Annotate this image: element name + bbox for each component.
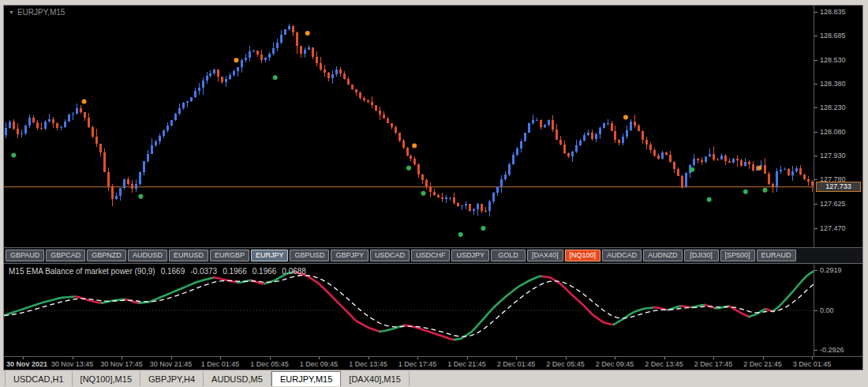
- chart-tab-audusd-m5[interactable]: AUDUSD,M5: [204, 371, 271, 386]
- signal-line: [4, 276, 814, 337]
- symbol-button-eurgbp[interactable]: EURGBP: [210, 250, 249, 261]
- price-axis-tick: [814, 204, 817, 205]
- time-axis-label: 30 Nov 2021: [6, 360, 47, 368]
- time-axis-tick: [566, 357, 567, 359]
- indicator-axis[interactable]: 0.29190.00-0.2926: [814, 264, 862, 356]
- symbol-button-eurjpy[interactable]: EURJPY: [251, 250, 289, 261]
- indicator-axis-label: 0.2919: [820, 266, 842, 274]
- symbol-button-dax40[interactable]: [DAX40]: [527, 250, 563, 261]
- time-axis-label: 30 Nov 17:45: [100, 360, 143, 368]
- signal-dot: [690, 167, 694, 172]
- time-axis-label: 1 Dec 09:45: [300, 360, 339, 368]
- signal-dot: [757, 166, 761, 171]
- symbol-button-audusd[interactable]: AUDUSD: [128, 250, 167, 261]
- symbol-button-gold[interactable]: GOLD: [491, 250, 526, 261]
- signal-dot: [305, 31, 310, 36]
- time-axis-label: 1 Dec 21:45: [447, 360, 486, 368]
- chart-window: ▼ EURJPY,M15 127.733 128.835128.685128.5…: [3, 5, 863, 370]
- price-axis-tick: [814, 12, 817, 13]
- symbol-button-gbpusd[interactable]: GBPUSD: [290, 250, 329, 261]
- symbol-button-usdcad[interactable]: USDCAD: [370, 250, 410, 261]
- signal-dot: [762, 188, 767, 193]
- symbol-button-usdjpy[interactable]: USDJPY: [451, 250, 489, 261]
- time-axis-tick: [763, 357, 764, 359]
- time-axis-tick: [516, 357, 517, 359]
- time-axis-label: 2 Dec 13:45: [645, 360, 683, 368]
- time-axis-label: 1 Dec 17:45: [398, 360, 437, 368]
- signal-dot: [82, 99, 87, 103]
- signal-dot: [458, 232, 463, 237]
- symbol-button-usdchf[interactable]: USDCHF: [411, 250, 451, 261]
- time-axis-label: 2 Dec 05:45: [546, 360, 585, 368]
- time-axis-tick: [417, 357, 418, 359]
- price-axis-label: 128.080: [820, 128, 846, 136]
- time-axis-label: 30 Nov 21:45: [150, 360, 193, 368]
- chart-tab-bar: USDCAD,H1[NQ100],M15GBPJPY,H4AUDUSD,M5EU…: [0, 371, 868, 387]
- price-axis-label: 128.685: [820, 32, 846, 39]
- chart-tab-eurjpy-m15[interactable]: EURJPY,M15: [271, 371, 341, 386]
- time-axis-tick: [615, 357, 615, 359]
- time-axis-label: 1 Dec 13:45: [349, 360, 387, 368]
- candles: [5, 24, 814, 216]
- symbol-button-gbpjpy[interactable]: GBPJPY: [331, 250, 369, 261]
- candlestick-chart[interactable]: [4, 6, 814, 247]
- symbol-button-gbpaud[interactable]: GBPAUD: [6, 250, 44, 261]
- symbol-button-audcad[interactable]: AUDCAD: [602, 250, 642, 261]
- signal-dot: [481, 226, 485, 231]
- signal-dot: [406, 166, 411, 171]
- price-axis-tick: [814, 156, 817, 156]
- symbol-button-gbpnzd[interactable]: GBPNZD: [87, 250, 126, 261]
- signal-dot: [412, 144, 417, 148]
- price-axis-tick: [814, 107, 817, 108]
- symbol-button-bar: GBPAUDGBPCADGBPNZDAUDUSDEURUSDEURGBPEURJ…: [4, 247, 862, 264]
- price-axis-label: 128.835: [820, 8, 846, 16]
- indicator-panel[interactable]: M15 EMA Balance of market power (90,9) 0…: [4, 264, 814, 356]
- price-axis-tick: [814, 132, 817, 133]
- indicator-chart[interactable]: [4, 264, 814, 356]
- symbol-button-dji30[interactable]: [DJI30]: [684, 250, 719, 261]
- time-axis-tick: [319, 357, 320, 359]
- time-axis-tick: [23, 357, 24, 359]
- time-axis-label: 2 Dec 21:45: [743, 360, 782, 368]
- signal-dot: [707, 197, 712, 202]
- time-axis-tick: [713, 357, 714, 359]
- chart-tab-gbpjpy-h4[interactable]: GBPJPY,H4: [140, 371, 204, 386]
- signal-dot: [234, 58, 238, 62]
- symbol-button-eurusd[interactable]: EURUSD: [169, 250, 208, 261]
- main-chart-area[interactable]: ▼ EURJPY,M15: [4, 6, 814, 247]
- time-axis-tick: [220, 357, 221, 359]
- time-axis-label: 30 Nov 13:45: [51, 360, 94, 368]
- price-axis-label: 127.780: [820, 175, 846, 183]
- price-axis[interactable]: 127.733 128.835128.685128.530128.380128.…: [814, 6, 862, 247]
- time-axis-tick: [369, 357, 369, 359]
- signal-dot: [421, 191, 425, 196]
- indicator-axis-label: 0.00: [820, 306, 834, 314]
- signal-dot: [11, 153, 16, 158]
- time-axis-label: 2 Dec 01:45: [497, 360, 536, 368]
- time-axis-label: 1 Dec 05:45: [250, 360, 289, 368]
- chart-tab--dax40--m15[interactable]: [DAX40],M15: [341, 371, 409, 386]
- price-axis-label: 127.625: [820, 200, 846, 208]
- price-axis-tick: [814, 228, 817, 229]
- signal-dot: [743, 190, 748, 194]
- symbol-button-sp500[interactable]: [SP500]: [720, 250, 755, 261]
- chart-tab--nq100--m15[interactable]: [NQ100],M15: [73, 371, 140, 386]
- symbol-button-euraud[interactable]: EURAUD: [757, 250, 796, 261]
- symbol-button-gbpcad[interactable]: GBPCAD: [46, 250, 85, 261]
- time-axis-tick: [122, 357, 122, 359]
- symbol-button-audnzd[interactable]: AUDNZD: [643, 250, 683, 261]
- time-axis-label: 1 Dec 01:45: [201, 360, 240, 368]
- time-axis-label: 2 Dec 17:45: [694, 360, 733, 368]
- price-axis-label: 128.230: [820, 103, 846, 111]
- price-axis-label: 127.930: [820, 152, 846, 160]
- price-axis-tick: [814, 60, 817, 61]
- price-axis-tick: [814, 36, 817, 36]
- indicator-axis-tick: [814, 350, 817, 351]
- time-axis[interactable]: 30 Nov 202130 Nov 13:4530 Nov 17:4530 No…: [4, 356, 862, 370]
- time-axis-tick: [467, 357, 468, 359]
- signal-dot: [273, 75, 278, 80]
- chart-tab-usdcad-h1[interactable]: USDCAD,H1: [5, 371, 73, 386]
- symbol-button-nq100[interactable]: [NQ100]: [565, 250, 601, 261]
- price-axis-label: 128.380: [820, 80, 846, 88]
- indicator-axis-tick: [814, 270, 817, 271]
